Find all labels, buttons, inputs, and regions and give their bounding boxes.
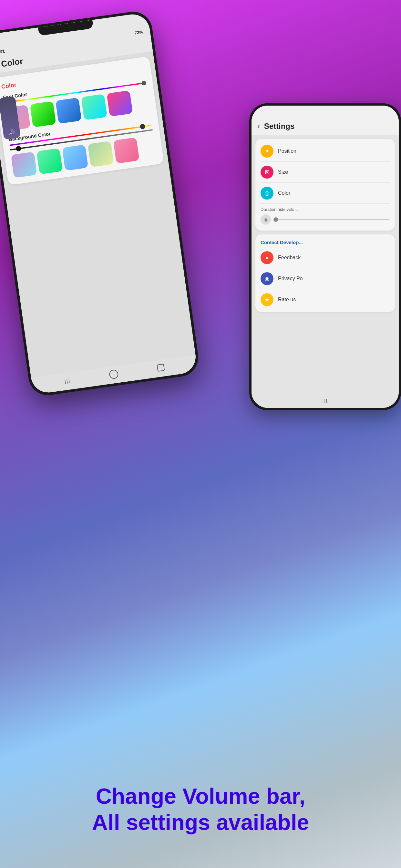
settings-item-rate[interactable]: ★ Rate us xyxy=(255,289,395,310)
size-label: Size xyxy=(278,169,288,175)
phone-secondary: ‹ Settings ✦ Position ⊠ Size xyxy=(249,103,401,410)
settings-title: Settings xyxy=(264,122,295,131)
phone-secondary-screen: ‹ Settings ✦ Position ⊠ Size xyxy=(251,105,399,408)
settings-item-privacy[interactable]: ◉ Privacy Po... xyxy=(255,268,395,289)
nav-back[interactable] xyxy=(157,364,165,372)
size-icon: ⊠ xyxy=(260,166,274,179)
slider-thumb-bg1[interactable] xyxy=(140,124,145,129)
settings-back-button[interactable]: ‹ xyxy=(257,121,260,131)
swatch-light-purple[interactable] xyxy=(11,152,37,178)
swatch-green[interactable] xyxy=(30,101,56,127)
duration-track[interactable] xyxy=(274,219,390,220)
position-icon: ✦ xyxy=(260,145,274,158)
swatch-magenta[interactable] xyxy=(113,137,140,163)
swatch-mint[interactable] xyxy=(88,141,114,167)
bottom-text-line2: All settings available xyxy=(19,809,382,836)
secondary-nav-bar: ||| xyxy=(251,395,399,408)
swatch-light-blue[interactable] xyxy=(62,145,88,171)
status-battery: 72% xyxy=(134,29,143,35)
duration-slider-icon: ◉ xyxy=(260,214,271,225)
settings-header: ‹ Settings xyxy=(251,105,399,135)
duration-thumb[interactable] xyxy=(274,217,278,222)
color-label: Color xyxy=(278,190,290,196)
feedback-icon: ▲ xyxy=(260,251,274,264)
status-time: 10:31 xyxy=(0,48,5,55)
privacy-label: Privacy Po... xyxy=(278,276,307,282)
nav-menu[interactable]: ||| xyxy=(64,377,71,384)
bottom-text-line1: Change Volume bar, xyxy=(19,783,382,810)
app-title: Color xyxy=(0,56,24,69)
settings-content: ✦ Position ⊠ Size ◎ Color xyxy=(251,135,399,395)
swatch-blue[interactable] xyxy=(56,97,82,124)
contact-title: Contact Develop... xyxy=(255,237,395,247)
position-label: Position xyxy=(278,148,297,154)
color-icon: ◎ xyxy=(260,187,274,199)
settings-item-color[interactable]: ◎ Color xyxy=(255,183,395,204)
color-card: Color Font Color Backgro xyxy=(0,56,164,185)
duration-label: Duration hide volu... xyxy=(255,204,395,213)
nav-home[interactable] xyxy=(109,369,119,379)
settings-item-position[interactable]: ✦ Position xyxy=(255,141,395,161)
sec-nav-menu[interactable]: ||| xyxy=(322,398,328,403)
contact-card: Contact Develop... ▲ Feedback ◉ Privacy … xyxy=(255,235,395,312)
rate-label: Rate us xyxy=(278,297,296,303)
slider-thumb-font[interactable] xyxy=(142,81,147,86)
volume-icon: 🔊 xyxy=(8,129,15,136)
bottom-text: Change Volume bar, All settings availabl… xyxy=(0,783,401,836)
feedback-label: Feedback xyxy=(278,255,301,260)
swatch-pink-purple[interactable] xyxy=(106,90,133,117)
duration-section: Duration hide volu... ◉ xyxy=(255,204,395,228)
swatch-green2[interactable] xyxy=(36,148,63,175)
settings-item-size[interactable]: ⊠ Size xyxy=(255,162,395,182)
swatch-green-blue[interactable] xyxy=(81,94,107,120)
duration-slider-row[interactable]: ◉ xyxy=(255,213,395,228)
slider-thumb-bg2[interactable] xyxy=(16,146,21,151)
privacy-icon: ◉ xyxy=(260,272,274,285)
settings-item-feedback[interactable]: ▲ Feedback xyxy=(255,247,395,268)
rate-icon: ★ xyxy=(260,293,274,306)
main-settings-card: ✦ Position ⊠ Size ◎ Color xyxy=(255,139,395,230)
